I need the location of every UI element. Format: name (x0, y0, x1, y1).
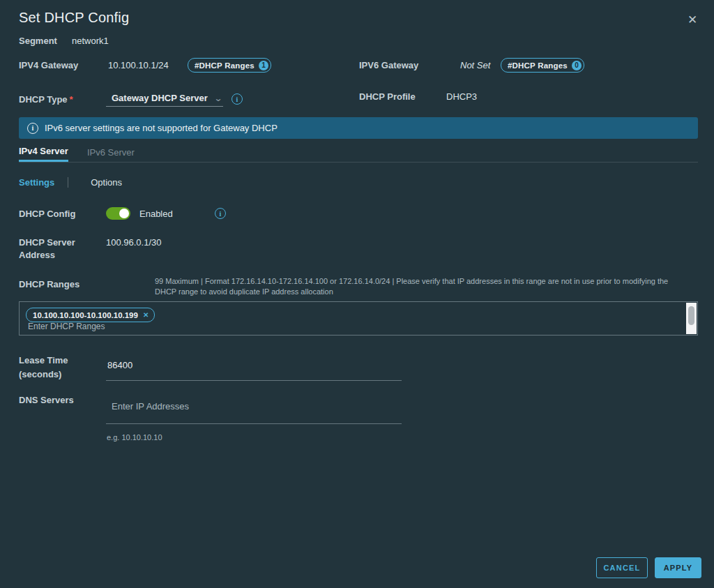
ipv6-gateway-value: Not Set (460, 60, 501, 70)
dhcp-config-row: DHCP Config Enabled i (19, 207, 226, 220)
tab-ipv4-server[interactable]: IPv4 Server (19, 142, 68, 162)
dhcp-type-selected-value: Gateway DHCP Server (112, 93, 212, 103)
badge-label: #DHCP Ranges (508, 61, 568, 70)
dhcp-ranges-input[interactable]: 10.100.10.100-10.100.10.199 ✕ (19, 301, 698, 336)
dns-servers-label: DNS Servers (19, 395, 85, 424)
close-icon[interactable]: ✕ (685, 13, 700, 28)
lease-time-row: Lease Time (seconds) (19, 354, 402, 381)
dhcp-type-label: DHCP Type* (19, 94, 106, 105)
dhcp-type-info-icon[interactable]: i (231, 93, 243, 105)
dhcp-profile-label: DHCP Profile (359, 91, 446, 102)
subtab-options[interactable]: Options (91, 177, 122, 188)
dns-hint: e.g. 10.10.10.10 (107, 432, 162, 443)
segment-row: Segment network1 (19, 36, 109, 46)
subtab-settings[interactable]: Settings (19, 177, 54, 188)
dhcp-range-chip: 10.100.10.100-10.100.10.199 ✕ (26, 308, 155, 322)
lease-time-label: Lease Time (seconds) (19, 354, 85, 381)
set-dhcp-config-dialog: Set DHCP Config ✕ Segment network1 IPV4 … (0, 0, 714, 588)
badge-count: 1 (259, 61, 268, 70)
banner-text: IPv6 server settings are not supported f… (45, 123, 278, 133)
subtab-divider (68, 177, 68, 188)
badge-count: 0 (572, 61, 582, 70)
dhcp-server-address-value: 100.96.0.1/30 (106, 236, 162, 262)
segment-label: Segment (19, 36, 72, 46)
dhcp-server-address-row: DHCP Server Address 100.96.0.1/30 (19, 236, 162, 262)
ipv4-gateway-label: IPV4 Gateway (19, 60, 108, 70)
ipv6-gateway-row: IPV6 Gateway Not Set #DHCP Ranges 0 (359, 58, 584, 73)
settings-subtabs: Settings Options (19, 176, 122, 188)
cancel-button[interactable]: CANCEL (596, 557, 648, 578)
badge-label: #DHCP Ranges (195, 61, 255, 70)
ipv4-gateway-row: IPV4 Gateway 10.100.10.1/24 #DHCP Ranges… (19, 58, 271, 73)
dhcp-server-address-label: DHCP Server Address (19, 236, 85, 262)
scrollbar-thumb[interactable] (688, 306, 694, 325)
dns-servers-row: DNS Servers (19, 395, 402, 424)
dns-servers-input[interactable] (106, 395, 402, 424)
ipv4-dhcp-ranges-badge[interactable]: #DHCP Ranges 1 (188, 58, 271, 73)
ipv6-dhcp-ranges-badge[interactable]: #DHCP Ranges 0 (501, 58, 584, 73)
dhcp-range-chip-text: 10.100.10.100-10.100.10.199 (33, 311, 138, 319)
dhcp-ranges-label-row: DHCP Ranges (19, 278, 79, 290)
chip-remove-icon[interactable]: ✕ (143, 312, 149, 319)
banner-info-icon: i (27, 123, 38, 134)
ipv4-gateway-value: 10.100.10.1/24 (108, 60, 188, 70)
dhcp-profile-row: DHCP Profile DHCP3 (359, 91, 477, 102)
toggle-knob (119, 209, 129, 218)
segment-value: network1 (72, 36, 109, 46)
server-tabbar: IPv4 Server IPv6 Server (19, 142, 698, 163)
dhcp-type-select[interactable]: Gateway DHCP Server ⌄ (106, 91, 223, 107)
dhcp-ranges-label: DHCP Ranges (19, 279, 79, 289)
dhcp-type-row: DHCP Type* Gateway DHCP Server ⌄ i (19, 91, 243, 107)
lease-time-input[interactable] (106, 354, 402, 381)
chevron-down-icon: ⌄ (213, 93, 222, 103)
dhcp-ranges-text-input[interactable] (26, 321, 517, 332)
scrollbar[interactable] (686, 303, 697, 334)
dhcp-ranges-hint: 99 Maximum | Format 172.16.14.10-172.16.… (155, 276, 686, 298)
required-asterisk: * (70, 94, 73, 105)
dhcp-config-state: Enabled (139, 209, 181, 219)
dhcp-profile-value: DHCP3 (446, 91, 477, 102)
tab-ipv6-server[interactable]: IPv6 Server (87, 142, 135, 162)
dhcp-config-toggle[interactable] (106, 207, 130, 220)
dhcp-config-info-icon[interactable]: i (215, 208, 226, 219)
info-banner: i IPv6 server settings are not supported… (19, 117, 698, 139)
dhcp-config-label: DHCP Config (19, 209, 106, 219)
ipv6-gateway-label: IPV6 Gateway (359, 60, 460, 70)
page-title: Set DHCP Config (19, 10, 129, 26)
apply-button[interactable]: APPLY (655, 557, 701, 578)
